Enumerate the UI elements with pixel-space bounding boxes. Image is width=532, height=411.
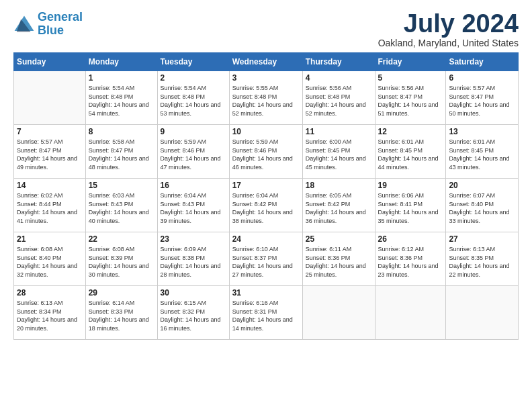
header-sunday: Sunday [14, 53, 86, 71]
sunset-text: Sunset: 8:47 PM [378, 93, 423, 100]
table-row: 27 Sunrise: 6:13 AM Sunset: 8:35 PM Dayl… [446, 232, 519, 286]
daylight-text: Daylight: 14 hours and 53 minutes. [161, 101, 221, 117]
page: General Blue July 2024 Oakland, Maryland… [0, 0, 532, 411]
table-row: 2 Sunrise: 5:54 AM Sunset: 8:48 PM Dayli… [157, 71, 229, 125]
table-row: 8 Sunrise: 5:58 AM Sunset: 8:47 PM Dayli… [85, 125, 157, 179]
cell-info: Sunrise: 6:01 AM Sunset: 8:45 PM Dayligh… [449, 138, 515, 171]
cell-info: Sunrise: 6:13 AM Sunset: 8:35 PM Dayligh… [449, 245, 515, 279]
cell-info: Sunrise: 5:55 AM Sunset: 8:48 PM Dayligh… [232, 84, 300, 118]
sunset-text: Sunset: 8:44 PM [17, 201, 62, 208]
table-row: 11 Sunrise: 6:00 AM Sunset: 8:45 PM Dayl… [302, 125, 375, 179]
day-number: 27 [449, 234, 515, 244]
day-number: 10 [232, 127, 300, 136]
sunset-text: Sunset: 8:42 PM [306, 201, 351, 208]
sunset-text: Sunset: 8:37 PM [232, 255, 277, 261]
cell-info: Sunrise: 6:06 AM Sunset: 8:41 PM Dayligh… [378, 191, 443, 225]
day-number: 4 [306, 73, 372, 83]
day-number: 6 [449, 73, 515, 83]
table-row: 22 Sunrise: 6:08 AM Sunset: 8:39 PM Dayl… [85, 232, 157, 286]
daylight-text: Daylight: 14 hours and 23 minutes. [378, 263, 439, 278]
logo-blue: Blue [38, 24, 64, 37]
cell-info: Sunrise: 5:59 AM Sunset: 8:46 PM Dayligh… [161, 138, 226, 171]
sunrise-text: Sunrise: 6:07 AM [449, 192, 495, 199]
location: Oakland, Maryland, United States [378, 38, 519, 48]
sunrise-text: Sunrise: 6:13 AM [17, 300, 63, 306]
day-number: 19 [378, 181, 443, 190]
daylight-text: Daylight: 14 hours and 25 minutes. [306, 263, 366, 278]
calendar-table: Sunday Monday Tuesday Wednesday Thursday… [13, 52, 519, 340]
sunset-text: Sunset: 8:43 PM [161, 201, 206, 208]
day-number: 7 [17, 127, 83, 136]
daylight-text: Daylight: 14 hours and 39 minutes. [161, 209, 221, 224]
table-row: 7 Sunrise: 5:57 AM Sunset: 8:47 PM Dayli… [14, 125, 86, 179]
sunrise-text: Sunrise: 6:02 AM [17, 192, 63, 199]
sunrise-text: Sunrise: 6:09 AM [161, 246, 207, 253]
daylight-text: Daylight: 14 hours and 20 minutes. [17, 316, 77, 332]
daylight-text: Daylight: 14 hours and 49 minutes. [17, 155, 77, 171]
month-title: July 2024 [378, 11, 519, 36]
cell-info: Sunrise: 5:56 AM Sunset: 8:47 PM Dayligh… [378, 84, 443, 118]
sunrise-text: Sunrise: 6:04 AM [232, 192, 279, 199]
day-number: 2 [161, 73, 226, 83]
header-saturday: Saturday [446, 53, 519, 71]
calendar-header-row: Sunday Monday Tuesday Wednesday Thursday… [14, 53, 519, 71]
sunrise-text: Sunrise: 5:58 AM [89, 138, 135, 145]
sunset-text: Sunset: 8:38 PM [161, 255, 206, 261]
table-row: 6 Sunrise: 5:57 AM Sunset: 8:47 PM Dayli… [446, 71, 519, 125]
day-number: 22 [89, 234, 154, 244]
daylight-text: Daylight: 14 hours and 52 minutes. [306, 101, 366, 117]
day-number: 8 [89, 127, 154, 136]
daylight-text: Daylight: 14 hours and 45 minutes. [306, 155, 366, 171]
day-number: 17 [232, 181, 300, 190]
calendar-week-row: 7 Sunrise: 5:57 AM Sunset: 8:47 PM Dayli… [14, 125, 519, 179]
day-number: 21 [17, 234, 83, 244]
sunset-text: Sunset: 8:46 PM [232, 147, 277, 154]
table-row: 1 Sunrise: 5:54 AM Sunset: 8:48 PM Dayli… [85, 71, 157, 125]
table-row: 19 Sunrise: 6:06 AM Sunset: 8:41 PM Dayl… [375, 179, 446, 232]
day-number: 24 [232, 234, 300, 244]
cell-info: Sunrise: 6:09 AM Sunset: 8:38 PM Dayligh… [161, 245, 226, 279]
sunrise-text: Sunrise: 6:01 AM [449, 138, 495, 145]
daylight-text: Daylight: 14 hours and 27 minutes. [232, 263, 293, 278]
table-row [375, 286, 446, 340]
sunrise-text: Sunrise: 6:04 AM [161, 192, 207, 199]
table-row: 4 Sunrise: 5:56 AM Sunset: 8:48 PM Dayli… [302, 71, 375, 125]
cell-info: Sunrise: 6:08 AM Sunset: 8:39 PM Dayligh… [89, 245, 154, 279]
table-row: 30 Sunrise: 6:15 AM Sunset: 8:32 PM Dayl… [157, 286, 229, 340]
day-number: 23 [161, 234, 226, 244]
daylight-text: Daylight: 14 hours and 18 minutes. [89, 316, 149, 332]
table-row: 9 Sunrise: 5:59 AM Sunset: 8:46 PM Dayli… [157, 125, 229, 179]
cell-info: Sunrise: 6:05 AM Sunset: 8:42 PM Dayligh… [306, 191, 372, 225]
daylight-text: Daylight: 14 hours and 40 minutes. [89, 209, 149, 224]
day-number: 3 [232, 73, 300, 83]
cell-info: Sunrise: 6:14 AM Sunset: 8:33 PM Dayligh… [89, 299, 154, 332]
sunrise-text: Sunrise: 5:54 AM [161, 85, 207, 91]
logo-general: General [38, 10, 83, 24]
table-row: 23 Sunrise: 6:09 AM Sunset: 8:38 PM Dayl… [157, 232, 229, 286]
sunrise-text: Sunrise: 6:11 AM [306, 246, 352, 253]
cell-info: Sunrise: 5:58 AM Sunset: 8:47 PM Dayligh… [89, 138, 154, 171]
table-row: 26 Sunrise: 6:12 AM Sunset: 8:36 PM Dayl… [375, 232, 446, 286]
sunset-text: Sunset: 8:42 PM [232, 201, 277, 208]
sunrise-text: Sunrise: 6:01 AM [378, 138, 425, 145]
calendar-week-row: 28 Sunrise: 6:13 AM Sunset: 8:34 PM Dayl… [14, 286, 519, 340]
sunrise-text: Sunrise: 5:54 AM [89, 85, 135, 91]
day-number: 12 [378, 127, 443, 136]
sunset-text: Sunset: 8:47 PM [17, 147, 62, 154]
cell-info: Sunrise: 6:07 AM Sunset: 8:40 PM Dayligh… [449, 191, 515, 225]
cell-info: Sunrise: 6:13 AM Sunset: 8:34 PM Dayligh… [17, 299, 83, 332]
sunrise-text: Sunrise: 5:59 AM [232, 138, 279, 145]
sunrise-text: Sunrise: 6:13 AM [449, 246, 495, 253]
sunrise-text: Sunrise: 6:15 AM [161, 300, 207, 306]
day-number: 26 [378, 234, 443, 244]
daylight-text: Daylight: 14 hours and 44 minutes. [378, 155, 439, 171]
cell-info: Sunrise: 6:16 AM Sunset: 8:31 PM Dayligh… [232, 299, 300, 332]
daylight-text: Daylight: 14 hours and 14 minutes. [232, 316, 293, 332]
sunset-text: Sunset: 8:31 PM [232, 308, 277, 315]
daylight-text: Daylight: 14 hours and 41 minutes. [17, 209, 77, 224]
header-monday: Monday [85, 53, 157, 71]
sunset-text: Sunset: 8:48 PM [161, 93, 206, 100]
day-number: 30 [161, 288, 226, 298]
table-row: 12 Sunrise: 6:01 AM Sunset: 8:45 PM Dayl… [375, 125, 446, 179]
table-row: 15 Sunrise: 6:03 AM Sunset: 8:43 PM Dayl… [85, 179, 157, 232]
